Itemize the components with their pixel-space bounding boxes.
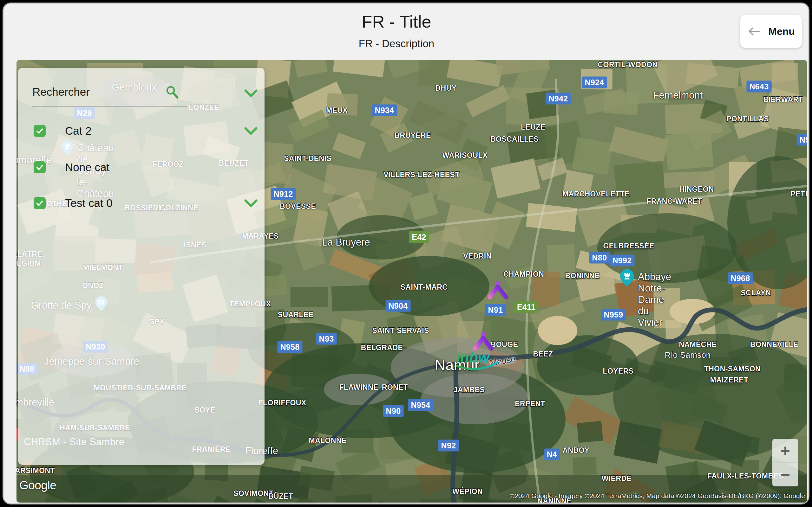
zoom-in-button[interactable]: + [772,439,798,462]
filter-panel: Rechercher Cat 2 None cat [18,68,264,465]
check-icon [35,163,44,172]
menu-button-label: Menu [768,26,795,38]
category-label-none-cat: None cat [65,161,109,174]
search-icon[interactable] [165,84,180,100]
zoom-out-button[interactable]: − [772,463,798,487]
category-label-test-cat-0: Test cat 0 [65,197,113,210]
google-logo: Google [19,479,56,492]
app-window: FR - Title FR - Description Menu CORTIL-… [3,3,809,504]
check-icon [35,126,44,135]
chevron-down-icon-cat-2[interactable] [244,126,258,136]
check-icon [35,199,44,208]
zoom-divider [774,462,797,463]
page-description: FR - Description [359,38,434,50]
inbw-logo[interactable]: inbw [454,346,501,376]
page-title: FR - Title [362,12,431,32]
zoom-control: + − [772,439,798,487]
checkbox-test-cat-0[interactable] [34,197,46,209]
back-arrow-icon [747,26,761,36]
search-input[interactable]: Rechercher [32,86,90,98]
custom-marker-purple-logo[interactable] [486,281,509,302]
checkbox-none-cat[interactable] [34,161,46,173]
svg-text:inbw: inbw [456,349,490,366]
map-canvas[interactable]: CORTIL-WODONDHUYMEUXBIERWARTPONTILLASBRU… [16,60,807,503]
search-chevron-down-icon[interactable] [244,88,258,99]
poi-pin-castle-icon[interactable]: Abbaye Notre-Damedu Vivier [619,268,635,289]
search-underline [32,106,187,107]
chevron-down-icon-test-cat-0[interactable] [244,198,258,209]
poi-label: Abbaye Notre-Damedu Vivier [638,271,671,328]
map-attribution: ©2024 Google - Imagery ©2024 TerraMetric… [510,492,805,500]
checkbox-cat-2[interactable] [34,125,46,137]
category-label-cat-2: Cat 2 [65,124,92,137]
menu-button[interactable]: Menu [740,15,802,48]
